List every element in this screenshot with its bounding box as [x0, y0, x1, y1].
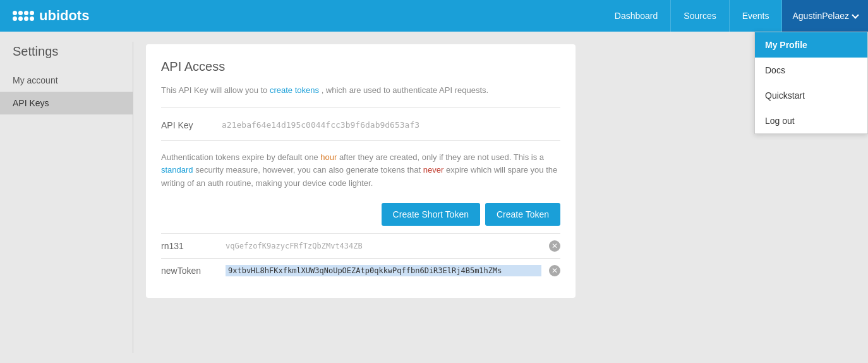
token-name-rn131: rn131 — [161, 241, 218, 251]
logo-dots — [13, 11, 34, 21]
auth-desc-never: never — [423, 165, 444, 175]
sidebar: Settings My account API Keys — [0, 32, 133, 363]
create-short-token-button[interactable]: Create Short Token — [382, 203, 480, 226]
logo-text: ubidots — [39, 8, 89, 24]
api-key-value: a21ebaf64e14d195c0044fcc3b9f6dab9d653af3 — [222, 120, 419, 130]
nav-sources[interactable]: Sources — [671, 0, 729, 32]
api-key-description: This API Key will allow you to create to… — [161, 84, 560, 97]
token-buttons-row: Create Short Token Create Token — [161, 203, 560, 226]
api-key-row: API Key a21ebaf64e14d195c0044fcc3b9f6dab… — [161, 115, 560, 135]
app-container: ubidots Dashboard Sources Events Agustin… — [0, 0, 868, 363]
auth-desc-t2: after they are created, only if they are… — [337, 152, 544, 162]
dropdown-logout[interactable]: Log out — [755, 108, 867, 133]
dropdown-my-profile[interactable]: My Profile — [755, 32, 867, 58]
auth-desc-standard: standard — [161, 165, 193, 175]
create-tokens-link[interactable]: create tokens — [270, 85, 319, 95]
sidebar-title: Settings — [0, 44, 133, 69]
auth-desc-hour: hour — [320, 152, 337, 162]
dropdown-quickstart[interactable]: Quickstart — [755, 83, 867, 108]
page-layout: Settings My account API Keys API Access … — [0, 32, 868, 363]
api-key-desc-text2: , which are used to authenticate API req… — [322, 85, 489, 95]
token-value-rn131: vqGefzofK9azycFRfTzQbZMvt434ZB — [226, 242, 541, 250]
logo-dot — [18, 11, 23, 15]
nav-dashboard[interactable]: Dashboard — [602, 0, 672, 32]
sidebar-item-my-account[interactable]: My account — [0, 69, 133, 92]
logo-dot — [30, 11, 34, 15]
user-name: AgustinPelaez — [792, 11, 849, 21]
auth-description: Authentication tokens expire by default … — [161, 151, 560, 190]
user-menu-button[interactable]: AgustinPelaez My Profile Docs Quickstart… — [782, 0, 868, 32]
token-row-rn131: rn131 vqGefzofK9azycFRfTzQbZMvt434ZB ✕ — [161, 233, 560, 258]
divider-1 — [161, 107, 560, 108]
logo[interactable]: ubidots — [13, 8, 89, 24]
dropdown-docs[interactable]: Docs — [755, 58, 867, 83]
token-value-newtoken: 9xtbvHL8hFKxfkmlXUW3qNoUpOEZAtp0qkkwPqff… — [226, 265, 541, 276]
logo-dot — [24, 11, 28, 15]
logo-dot — [13, 11, 17, 15]
divider-2 — [161, 140, 560, 141]
token-row-newtoken: newToken 9xtbvHL8hFKxfkmlXUW3qNoUpOEZAtp… — [161, 258, 560, 283]
token-remove-rn131[interactable]: ✕ — [549, 240, 560, 252]
main-nav: Dashboard Sources Events AgustinPelaez M… — [602, 0, 868, 32]
logo-dot — [24, 16, 28, 21]
api-key-desc-text1: This API Key will allow you to — [161, 85, 270, 95]
token-name-newtoken: newToken — [161, 266, 218, 276]
api-access-card: API Access This API Key will allow you t… — [146, 44, 576, 298]
auth-desc-t1: Authentication tokens expire by default … — [161, 152, 320, 162]
logo-dot — [13, 16, 17, 21]
user-dropdown: My Profile Docs Quickstart Log out — [754, 32, 868, 134]
create-token-button[interactable]: Create Token — [485, 203, 560, 226]
logo-dot — [30, 16, 34, 21]
nav-events[interactable]: Events — [730, 0, 783, 32]
chevron-down-icon — [852, 11, 859, 18]
auth-desc-t3: security measure, however, you can also … — [193, 165, 423, 175]
header: ubidots Dashboard Sources Events Agustin… — [0, 0, 868, 32]
sidebar-item-api-keys[interactable]: API Keys — [0, 92, 133, 114]
card-title: API Access — [161, 59, 560, 74]
api-key-label: API Key — [161, 120, 212, 130]
token-remove-newtoken[interactable]: ✕ — [549, 265, 560, 276]
logo-dot — [18, 16, 23, 21]
